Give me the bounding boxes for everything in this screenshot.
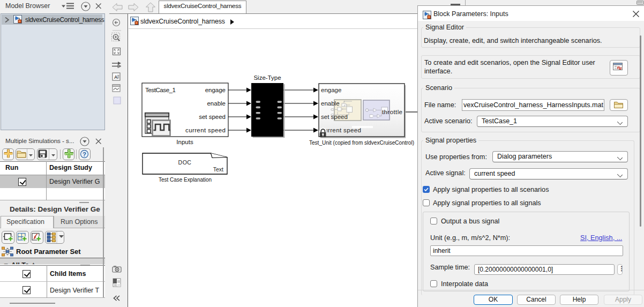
svg-text:Text: Text bbox=[213, 166, 223, 173]
svg-text:current speed: current speed bbox=[185, 127, 226, 133]
svg-text:A: A bbox=[114, 74, 118, 80]
svg-text:set speed: set speed bbox=[321, 114, 348, 120]
svg-text:Size-Type: Size-Type bbox=[253, 74, 281, 81]
svg-text:current speed: current speed bbox=[321, 127, 361, 133]
svg-text:enable: enable bbox=[207, 100, 226, 107]
svg-text:Inputs: Inputs bbox=[176, 139, 193, 145]
svg-text:Test_Unit (copied from sldvexC: Test_Unit (copied from sldvexCruiseContr… bbox=[309, 139, 414, 146]
svg-text:TestCase_1: TestCase_1 bbox=[145, 87, 176, 93]
svg-text:DOC: DOC bbox=[178, 159, 192, 166]
svg-text:set speed: set speed bbox=[199, 114, 226, 120]
svg-text:throttle: throttle bbox=[382, 109, 402, 115]
svg-text:enable: enable bbox=[321, 100, 340, 107]
svg-text:engage: engage bbox=[321, 87, 341, 93]
svg-text:Test Case Explanation: Test Case Explanation bbox=[159, 176, 212, 183]
svg-text:engage: engage bbox=[205, 87, 226, 93]
svg-text:?: ? bbox=[83, 151, 86, 158]
